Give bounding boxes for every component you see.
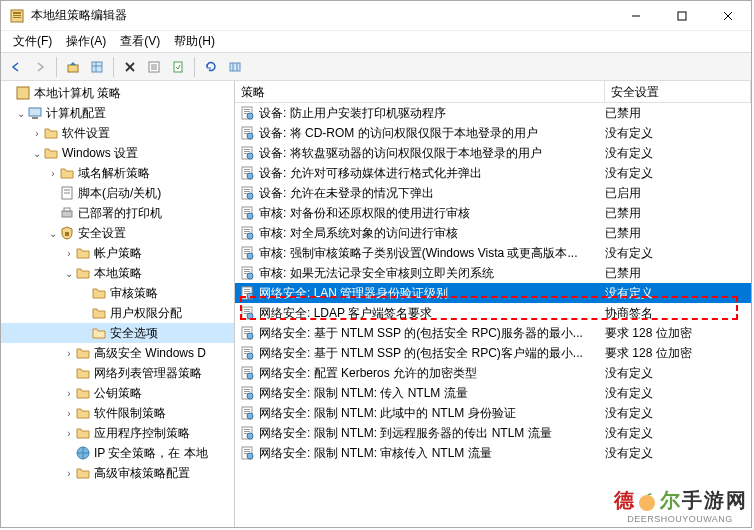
- list-row[interactable]: 设备: 将软盘驱动器的访问权限仅限于本地登录的用户没有定义: [235, 143, 751, 163]
- tree-label: 网络列表管理器策略: [94, 365, 202, 382]
- expand-icon[interactable]: ›: [31, 128, 43, 139]
- list-row[interactable]: 网络安全: 限制 NTLM: 此域中的 NTLM 身份验证没有定义: [235, 403, 751, 423]
- expand-icon[interactable]: ›: [63, 388, 75, 399]
- maximize-button[interactable]: [659, 1, 705, 31]
- policy-icon: [239, 145, 255, 161]
- tree-network-list[interactable]: 网络列表管理器策略: [1, 363, 234, 383]
- tree-computer-config[interactable]: ⌄ 计算机配置: [1, 103, 234, 123]
- policy-setting: 已禁用: [605, 105, 751, 122]
- close-button[interactable]: [705, 1, 751, 31]
- computer-icon: [27, 105, 43, 121]
- tree-public-key[interactable]: › 公钥策略: [1, 383, 234, 403]
- tree-label: 高级安全 Windows D: [94, 345, 206, 362]
- list-row[interactable]: 网络安全: 限制 NTLM: 到远程服务器的传出 NTLM 流量没有定义: [235, 423, 751, 443]
- tree-label: 公钥策略: [94, 385, 142, 402]
- svg-rect-94: [244, 351, 250, 352]
- svg-rect-79: [244, 291, 250, 292]
- list-row[interactable]: 设备: 允许在未登录的情况下弹出已启用: [235, 183, 751, 203]
- menu-action[interactable]: 操作(A): [60, 31, 112, 52]
- list-row[interactable]: 审核: 对备份和还原权限的使用进行审核已禁用: [235, 203, 751, 223]
- tree-panel[interactable]: 本地计算机 策略 ⌄ 计算机配置 › 软件设置 ⌄ Windows 设置 › 域…: [1, 81, 235, 527]
- tree-security-settings[interactable]: ⌄ 安全设置: [1, 223, 234, 243]
- security-icon: [59, 225, 75, 241]
- menu-file[interactable]: 文件(F): [7, 31, 58, 52]
- list-row[interactable]: 网络安全: 配置 Kerberos 允许的加密类型没有定义: [235, 363, 751, 383]
- forward-button[interactable]: [29, 56, 51, 78]
- watermark-char: 网: [726, 487, 746, 514]
- watermark-char: 尔: [660, 487, 680, 514]
- list-row[interactable]: 设备: 防止用户安装打印机驱动程序已禁用: [235, 103, 751, 123]
- tree-advanced-audit[interactable]: › 高级审核策略配置: [1, 463, 234, 483]
- tree-software-restriction[interactable]: › 软件限制策略: [1, 403, 234, 423]
- watermark-logo: 德 尔 手 游 网: [614, 487, 746, 514]
- policy-name: 设备: 防止用户安装打印机驱动程序: [259, 105, 605, 122]
- delete-button[interactable]: [119, 56, 141, 78]
- tree-label: 用户权限分配: [110, 305, 182, 322]
- tree-scripts[interactable]: 脚本(启动/关机): [1, 183, 234, 203]
- collapse-icon[interactable]: ⌄: [47, 228, 59, 239]
- policy-icon: [239, 165, 255, 181]
- menu-help[interactable]: 帮助(H): [168, 31, 221, 52]
- list-row[interactable]: 网络安全: LAN 管理器身份验证级别没有定义: [235, 283, 751, 303]
- policy-list-panel[interactable]: 策略 安全设置 设备: 防止用户安装打印机驱动程序已禁用设备: 将 CD-ROM…: [235, 81, 751, 527]
- tree-dns-policy[interactable]: › 域名解析策略: [1, 163, 234, 183]
- list-row[interactable]: 审核: 如果无法记录安全审核则立即关闭系统已禁用: [235, 263, 751, 283]
- svg-point-76: [247, 273, 253, 279]
- svg-point-66: [247, 233, 253, 239]
- policy-icon: [239, 305, 255, 321]
- tree-label: 高级审核策略配置: [94, 465, 190, 482]
- list-row[interactable]: 网络安全: 基于 NTLM SSP 的(包括安全 RPC)服务器的最小...要求…: [235, 323, 751, 343]
- list-row[interactable]: 审核: 对全局系统对象的访问进行审核已禁用: [235, 223, 751, 243]
- tree-windows-settings[interactable]: ⌄ Windows 设置: [1, 143, 234, 163]
- tree-advanced-windows[interactable]: › 高级安全 Windows D: [1, 343, 234, 363]
- expand-icon[interactable]: ›: [63, 428, 75, 439]
- tree-account-policies[interactable]: › 帐户策略: [1, 243, 234, 263]
- list-row[interactable]: 设备: 允许对可移动媒体进行格式化并弹出没有定义: [235, 163, 751, 183]
- back-button[interactable]: [5, 56, 27, 78]
- tree-app-control[interactable]: › 应用程序控制策略: [1, 423, 234, 443]
- expand-icon[interactable]: ›: [63, 468, 75, 479]
- minimize-button[interactable]: [613, 1, 659, 31]
- column-header-policy[interactable]: 策略: [235, 81, 605, 102]
- collapse-icon[interactable]: ⌄: [15, 108, 27, 119]
- export-button[interactable]: [167, 56, 189, 78]
- watermark: 德 尔 手 游 网 DEERSHOUYOUWANG: [614, 487, 746, 524]
- list-row[interactable]: 网络安全: 基于 NTLM SSP 的(包括安全 RPC)客户端的最小...要求…: [235, 343, 751, 363]
- filter-button[interactable]: [224, 56, 246, 78]
- list-row[interactable]: 审核: 强制审核策略子类别设置(Windows Vista 或更高版本...没有…: [235, 243, 751, 263]
- ip-security-icon: [75, 445, 91, 461]
- expand-icon[interactable]: ›: [63, 248, 75, 259]
- column-header-setting[interactable]: 安全设置: [605, 81, 751, 102]
- watermark-char: 游: [704, 487, 724, 514]
- svg-rect-39: [244, 131, 250, 132]
- tree-printers[interactable]: 已部署的打印机: [1, 203, 234, 223]
- tree-ip-security[interactable]: IP 安全策略，在 本地: [1, 443, 234, 463]
- expand-icon[interactable]: ›: [63, 408, 75, 419]
- list-row[interactable]: 网络安全: LDAP 客户端签名要求协商签名: [235, 303, 751, 323]
- expand-icon[interactable]: ›: [63, 348, 75, 359]
- svg-rect-29: [64, 208, 70, 211]
- tree-software-settings[interactable]: › 软件设置: [1, 123, 234, 143]
- tree-label: 计算机配置: [46, 105, 106, 122]
- refresh-button[interactable]: [200, 56, 222, 78]
- list-row[interactable]: 网络安全: 限制 NTLM: 传入 NTLM 流量没有定义: [235, 383, 751, 403]
- collapse-icon[interactable]: ⌄: [63, 268, 75, 279]
- tree-label: 域名解析策略: [78, 165, 150, 182]
- tree-root[interactable]: 本地计算机 策略: [1, 83, 234, 103]
- collapse-icon[interactable]: ⌄: [31, 148, 43, 159]
- tree-label: 应用程序控制策略: [94, 425, 190, 442]
- tree-audit-policy[interactable]: 审核策略: [1, 283, 234, 303]
- tree-local-policies[interactable]: ⌄ 本地策略: [1, 263, 234, 283]
- expand-icon[interactable]: ›: [47, 168, 59, 179]
- svg-point-91: [247, 333, 253, 339]
- show-hide-button[interactable]: [86, 56, 108, 78]
- window-controls: [613, 1, 751, 31]
- properties-button[interactable]: [143, 56, 165, 78]
- tree-user-rights[interactable]: 用户权限分配: [1, 303, 234, 323]
- list-row[interactable]: 设备: 将 CD-ROM 的访问权限仅限于本地登录的用户没有定义: [235, 123, 751, 143]
- list-row[interactable]: 网络安全: 限制 NTLM: 审核传入 NTLM 流量没有定义: [235, 443, 751, 463]
- up-button[interactable]: [62, 56, 84, 78]
- tree-security-options[interactable]: 安全选项: [1, 323, 234, 343]
- svg-rect-103: [244, 389, 250, 390]
- menu-view[interactable]: 查看(V): [114, 31, 166, 52]
